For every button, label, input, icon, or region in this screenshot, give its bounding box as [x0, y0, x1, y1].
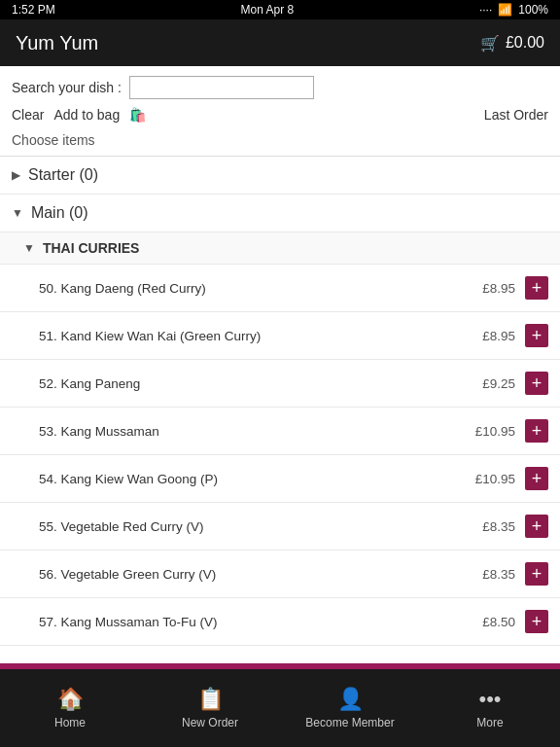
status-time: 1:52 PM — [12, 3, 55, 17]
become-member-icon: 👤 — [337, 687, 364, 712]
item-55-right: £8.35 + — [474, 515, 548, 538]
thai-curries-label: THAI CURRIES — [43, 240, 140, 256]
tab-more-label: More — [476, 716, 503, 729]
item-50-right: £8.95 + — [474, 276, 548, 300]
item-57-right: £8.50 + — [474, 610, 548, 633]
starter-arrow-icon: ▶ — [12, 168, 20, 182]
add-to-bag-button[interactable]: Add to bag — [53, 107, 120, 123]
item-52-price: £9.25 — [474, 376, 515, 391]
item-50-add-button[interactable]: + — [525, 276, 548, 300]
last-order-button[interactable]: Last Order — [484, 107, 548, 123]
menu-item: 51. Kand Kiew Wan Kai (Green Curry) £8.9… — [0, 312, 560, 360]
item-53-add-button[interactable]: + — [525, 419, 548, 443]
item-56-price: £8.35 — [474, 567, 515, 582]
item-54-price: £10.95 — [474, 472, 515, 486]
app-title: Yum Yum — [16, 32, 98, 54]
item-52-right: £9.25 + — [474, 372, 548, 395]
category-main[interactable]: ▼ Main (0) — [0, 195, 560, 232]
tab-become-member-label: Become Member — [305, 716, 394, 729]
subcategory-thai-curries[interactable]: ▼ THAI CURRIES — [0, 232, 560, 265]
bag-icon: 🛍️ — [129, 107, 146, 123]
tab-bar: 🏠 Home 📋 New Order 👤 Become Member ••• M… — [0, 669, 560, 747]
actions-row: Clear Add to bag 🛍️ Last Order — [0, 103, 560, 128]
status-bar: 1:52 PM Mon Apr 8 ···· 📶 100% — [0, 0, 560, 19]
item-53-price: £10.95 — [474, 424, 515, 439]
tab-home-label: Home — [54, 716, 86, 729]
item-55-price: £8.35 — [474, 519, 515, 534]
menu-item: 55. Vegetable Red Curry (V) £8.35 + — [0, 503, 560, 551]
item-51-add-button[interactable]: + — [525, 324, 548, 347]
item-57-add-button[interactable]: + — [525, 610, 548, 633]
menu-item: 53. Kang Mussaman £10.95 + — [0, 408, 560, 455]
item-57-price: £8.50 — [474, 615, 515, 629]
item-52-name: 52. Kang Paneng — [39, 376, 474, 391]
item-56-name: 56. Vegetable Green Curry (V) — [39, 567, 474, 582]
battery-text: 100% — [518, 3, 548, 17]
item-54-right: £10.95 + — [474, 467, 548, 490]
tab-home[interactable]: 🏠 Home — [0, 669, 140, 747]
item-56-right: £8.35 + — [474, 562, 548, 586]
item-54-add-button[interactable]: + — [525, 467, 548, 490]
item-55-add-button[interactable]: + — [525, 515, 548, 538]
item-50-name: 50. Kang Daeng (Red Curry) — [39, 281, 474, 296]
wifi-icon: 📶 — [498, 3, 512, 17]
cart-icon: 🛒 — [480, 34, 500, 53]
tab-more[interactable]: ••• More — [420, 669, 560, 747]
item-53-name: 53. Kang Mussaman — [39, 424, 474, 439]
clear-button[interactable]: Clear — [12, 107, 44, 123]
tab-become-member[interactable]: 👤 Become Member — [280, 669, 420, 747]
main-content: Search your dish : Clear Add to bag 🛍️ L… — [0, 66, 560, 663]
item-55-name: 55. Vegetable Red Curry (V) — [39, 519, 474, 534]
item-51-price: £8.95 — [474, 329, 515, 343]
starter-label: Starter (0) — [28, 166, 98, 184]
new-order-icon: 📋 — [197, 687, 224, 712]
thai-curries-arrow-icon: ▼ — [23, 241, 35, 255]
category-starter[interactable]: ▶ Starter (0) — [0, 157, 560, 195]
status-right: ···· 📶 100% — [479, 3, 548, 17]
tab-new-order-label: New Order — [182, 716, 238, 729]
item-54-name: 54. Kang Kiew Wan Goong (P) — [39, 472, 474, 486]
cart-button[interactable]: 🛒 £0.00 — [480, 34, 544, 53]
status-date: Mon Apr 8 — [240, 3, 294, 17]
item-50-price: £8.95 — [474, 281, 515, 296]
cart-amount: £0.00 — [506, 34, 544, 52]
signal-icon: ···· — [479, 3, 492, 17]
menu-item: 57. Kang Mussaman To-Fu (V) £8.50 + — [0, 598, 560, 646]
item-51-right: £8.95 + — [474, 324, 548, 347]
search-label: Search your dish : — [12, 80, 122, 95]
menu-item: 54. Kang Kiew Wan Goong (P) £10.95 + — [0, 455, 560, 503]
more-icon: ••• — [478, 687, 501, 712]
item-53-right: £10.95 + — [474, 419, 548, 443]
item-51-name: 51. Kand Kiew Wan Kai (Green Curry) — [39, 329, 474, 343]
main-label: Main (0) — [31, 204, 88, 222]
app-header: Yum Yum 🛒 £0.00 — [0, 19, 560, 66]
item-56-add-button[interactable]: + — [525, 562, 548, 586]
home-icon: 🏠 — [57, 687, 84, 712]
tab-new-order[interactable]: 📋 New Order — [140, 669, 280, 747]
main-arrow-icon: ▼ — [12, 206, 23, 220]
search-input[interactable] — [129, 76, 314, 99]
choose-items-label: Choose items — [0, 128, 560, 157]
menu-item: 56. Vegetable Green Curry (V) £8.35 + — [0, 551, 560, 598]
search-row: Search your dish : — [0, 66, 560, 103]
item-52-add-button[interactable]: + — [525, 372, 548, 395]
menu-item: 50. Kang Daeng (Red Curry) £8.95 + — [0, 265, 560, 312]
item-57-name: 57. Kang Mussaman To-Fu (V) — [39, 615, 474, 629]
menu-item: 52. Kang Paneng £9.25 + — [0, 360, 560, 408]
